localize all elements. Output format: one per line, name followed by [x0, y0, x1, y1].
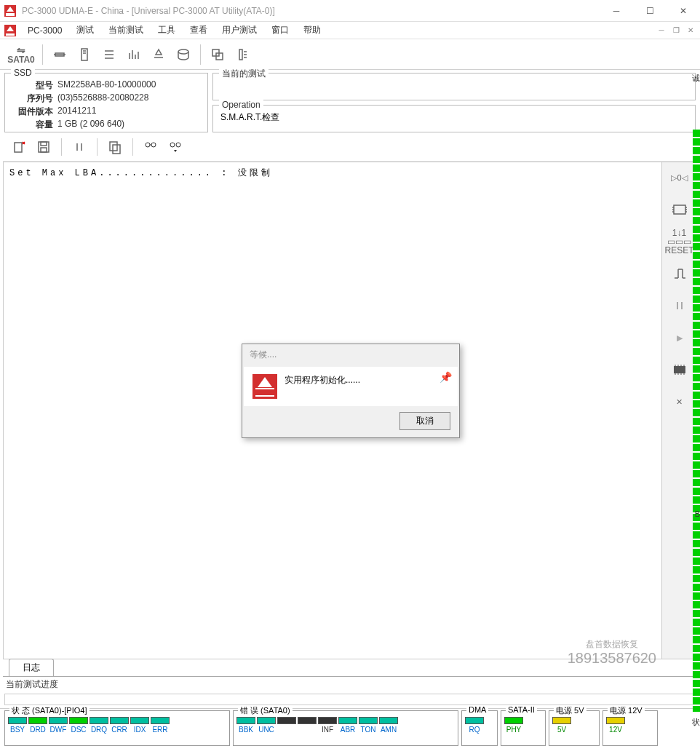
svg-point-32	[176, 143, 180, 147]
log-save-button[interactable]	[33, 137, 54, 157]
svg-rect-20	[15, 143, 22, 152]
log-find-next-button[interactable]	[165, 137, 186, 157]
led-bsy	[8, 717, 27, 724]
status-group-5v: 电源 5V 5V	[549, 710, 600, 746]
firmware-label: 固件版本	[12, 106, 53, 118]
operation-panel: Operation S.M.A.R.T.检查	[212, 105, 696, 132]
led-idx	[130, 717, 149, 724]
current-test-title: 当前的测试	[219, 68, 269, 80]
model-label: 型号	[12, 79, 53, 92]
mdi-restore-button[interactable]: ❐	[669, 25, 683, 36]
dialog-title: 等候....	[242, 344, 459, 365]
status-sata-title: SATA-II	[506, 705, 537, 714]
menu-current-test[interactable]: 当前测试	[101, 21, 151, 39]
capacity-label: 容量	[12, 119, 53, 131]
status-group-sata: SATA-II PHY	[501, 710, 546, 746]
status-group-dma: DMA RQ	[461, 710, 498, 746]
log-find-button[interactable]	[140, 137, 161, 157]
log-new-button[interactable]	[9, 137, 29, 157]
led-ton	[359, 717, 378, 724]
right-rail: ▷0◁ 1↓1▭▭▭RESET ▶ ✕	[661, 162, 696, 659]
toolbar-btn-2[interactable]	[73, 42, 95, 67]
menu-app[interactable]: PC-3000	[20, 23, 69, 39]
led-inf	[318, 717, 337, 724]
svg-point-28	[146, 143, 150, 147]
menu-user-test[interactable]: 用户测试	[215, 21, 264, 39]
log-copy-button[interactable]	[105, 137, 125, 157]
status-group-error: 错 误 (SATA0) BBK UNC INF ABR TON AMN	[233, 710, 458, 746]
menu-tools[interactable]: 工具	[151, 21, 183, 39]
rail-pause-icon[interactable]	[668, 296, 691, 315]
firmware-value: 20141211	[57, 106, 96, 118]
led-dsc	[69, 717, 88, 724]
tab-log[interactable]: 日志	[9, 659, 54, 676]
led-amn	[379, 717, 398, 724]
main-toolbar: ⇋ SATA0	[0, 39, 700, 70]
close-button[interactable]: ✕	[667, 0, 700, 22]
led-err	[151, 717, 170, 724]
minimize-button[interactable]: ─	[600, 0, 633, 22]
toolbar-btn-7[interactable]	[207, 42, 228, 67]
toolbar-btn-6[interactable]	[172, 42, 194, 67]
toolbar-btn-4[interactable]	[123, 42, 145, 67]
serial-value: (03)5526888-20080228	[57, 92, 148, 105]
toolbar-btn-1[interactable]	[49, 42, 71, 67]
operation-title: Operation	[219, 100, 263, 110]
rail-tools-icon[interactable]: ✕	[668, 392, 691, 411]
rail-play-icon[interactable]: ▶	[668, 328, 691, 347]
rail-signal-icon[interactable]	[668, 264, 691, 283]
dialog-logo-icon	[252, 374, 277, 399]
status-state-title: 状 态 (SATA0)-[PIO4]	[9, 705, 90, 716]
led-bbk	[236, 717, 255, 724]
rail-chip-icon[interactable]	[668, 200, 691, 219]
menu-view[interactable]: 查看	[183, 21, 215, 39]
cancel-button[interactable]: 取消	[399, 412, 450, 430]
mdi-minimize-button[interactable]: ─	[655, 25, 668, 36]
ssd-panel: SSD 型号SM2258AB-80-10000000 序列号(03)552688…	[4, 73, 208, 132]
led-phy	[504, 717, 523, 724]
toolbar-btn-5[interactable]	[148, 42, 170, 67]
log-toolbar	[3, 132, 697, 162]
rail-power-icon[interactable]: ▷0◁	[668, 168, 691, 187]
menu-test[interactable]: 测试	[69, 21, 101, 39]
svg-rect-16	[239, 49, 242, 60]
edge-text-2: B	[695, 509, 700, 518]
status-dma-title: DMA	[466, 705, 488, 714]
port-button[interactable]: ⇋ SATA0	[6, 42, 36, 67]
status-group-state: 状 态 (SATA0)-[PIO4] BSY DRD DWF DSC DRQ C…	[4, 710, 230, 746]
mdi-close-button[interactable]: ✕	[684, 25, 697, 36]
maximize-button[interactable]: ☐	[633, 0, 667, 22]
svg-rect-26	[110, 142, 117, 151]
edge-text-1: 诚	[692, 73, 700, 84]
menu-window[interactable]: 窗口	[264, 21, 296, 39]
svg-rect-33	[674, 205, 685, 214]
menu-help[interactable]: 帮助	[296, 21, 328, 39]
wait-dialog: 等候.... 实用程序初始化...... 📌 取消	[242, 344, 460, 438]
toolbar-btn-8[interactable]	[231, 42, 253, 67]
status-error-title: 错 误 (SATA0)	[238, 705, 293, 716]
svg-rect-22	[41, 142, 47, 146]
led-rq	[465, 717, 484, 724]
serial-label: 序列号	[12, 92, 53, 105]
svg-point-31	[170, 143, 175, 147]
current-test-panel: 当前的测试	[212, 73, 696, 100]
led-5v	[552, 717, 571, 724]
menu-bar: PC-3000 测试 当前测试 工具 查看 用户测试 窗口 帮助 ─ ❐ ✕	[0, 22, 700, 39]
progress-label: 当前测试进度	[0, 677, 700, 692]
led-drd	[28, 717, 47, 724]
log-pause-button[interactable]	[69, 137, 90, 157]
led-unc	[257, 717, 276, 724]
toolbar-btn-3[interactable]	[98, 42, 120, 67]
rail-ic-icon[interactable]	[668, 360, 691, 379]
svg-point-13	[178, 49, 188, 54]
svg-rect-21	[39, 142, 49, 152]
dialog-message: 实用程序初始化......	[285, 374, 360, 386]
rail-reset-button[interactable]: 1↓1▭▭▭RESET	[668, 232, 691, 251]
info-panels: SSD 型号SM2258AB-80-10000000 序列号(03)552688…	[0, 70, 700, 132]
svg-point-29	[151, 143, 156, 147]
status-group-12v: 电源 12V 12V	[602, 710, 658, 746]
pin-icon[interactable]: 📌	[440, 371, 452, 383]
progress-bar	[4, 694, 696, 705]
led-dwf	[49, 717, 68, 724]
led-e3	[277, 717, 296, 724]
